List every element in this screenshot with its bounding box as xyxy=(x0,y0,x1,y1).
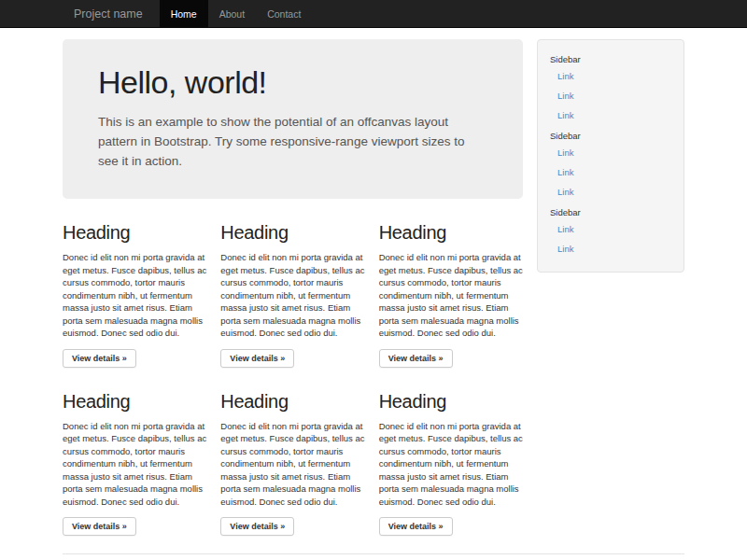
card-heading: Heading xyxy=(220,391,364,413)
sidebar-group-3: Sidebar Link Link xyxy=(550,207,671,259)
jumbotron: Hello, world! This is an example to show… xyxy=(63,39,523,199)
view-details-button[interactable]: View details » xyxy=(63,517,136,536)
navbar-container: Project name Home About Contact xyxy=(63,0,684,28)
navbar-brand[interactable]: Project name xyxy=(63,0,160,28)
cards-grid: Heading Donec id elit non mi porta gravi… xyxy=(63,199,523,536)
view-details-button[interactable]: View details » xyxy=(379,349,453,368)
card-5: Heading Donec id elit non mi porta gravi… xyxy=(220,368,364,537)
card-body-text: Donec id elit non mi porta gravida at eg… xyxy=(220,420,364,509)
sidebar-link[interactable]: Link xyxy=(550,219,671,239)
card-heading: Heading xyxy=(379,222,523,244)
sidebar-heading: Sidebar xyxy=(550,54,671,65)
card-body-text: Donec id elit non mi porta gravida at eg… xyxy=(63,251,206,340)
nav-item-about[interactable]: About xyxy=(208,0,256,28)
page-title: Hello, world! xyxy=(98,64,487,101)
sidebar: Sidebar Link Link Link Sidebar Link Link… xyxy=(537,39,684,273)
main-column: Hello, world! This is an example to show… xyxy=(63,39,523,536)
sidebar-heading: Sidebar xyxy=(550,207,671,218)
navbar: Project name Home About Contact xyxy=(0,0,747,28)
content-row: Hello, world! This is an example to show… xyxy=(63,39,684,536)
sidebar-heading: Sidebar xyxy=(550,131,671,142)
card-heading: Heading xyxy=(63,391,206,413)
card-body-text: Donec id elit non mi porta gravida at eg… xyxy=(63,420,206,509)
sidebar-group-1: Sidebar Link Link Link xyxy=(550,54,671,125)
nav-item-contact[interactable]: Contact xyxy=(256,0,312,28)
navbar-links: Home About Contact xyxy=(160,0,313,28)
sidebar-link[interactable]: Link xyxy=(550,239,671,259)
sidebar-column: Sidebar Link Link Link Sidebar Link Link… xyxy=(537,39,684,273)
view-details-button[interactable]: View details » xyxy=(220,349,294,368)
card-2: Heading Donec id elit non mi porta gravi… xyxy=(220,199,364,368)
card-3: Heading Donec id elit non mi porta gravi… xyxy=(379,199,523,368)
sidebar-link[interactable]: Link xyxy=(550,105,671,125)
sidebar-group-2: Sidebar Link Link Link xyxy=(550,131,671,202)
sidebar-link[interactable]: Link xyxy=(550,143,671,162)
card-body-text: Donec id elit non mi porta gravida at eg… xyxy=(379,420,523,509)
card-heading: Heading xyxy=(379,391,523,413)
card-6: Heading Donec id elit non mi porta gravi… xyxy=(379,368,523,537)
view-details-button[interactable]: View details » xyxy=(379,517,453,536)
sidebar-link[interactable]: Link xyxy=(550,162,671,182)
card-heading: Heading xyxy=(63,222,206,244)
nav-item-home[interactable]: Home xyxy=(160,0,208,28)
card-body-text: Donec id elit non mi porta gravida at eg… xyxy=(379,251,523,340)
view-details-button[interactable]: View details » xyxy=(63,349,136,368)
card-body-text: Donec id elit non mi porta gravida at eg… xyxy=(220,251,364,340)
jumbotron-text: This is an example to show the potential… xyxy=(98,112,487,171)
card-4: Heading Donec id elit non mi porta gravi… xyxy=(63,368,206,537)
sidebar-link[interactable]: Link xyxy=(550,86,671,105)
footer-divider xyxy=(63,553,684,554)
card-heading: Heading xyxy=(220,222,364,244)
page-container: Hello, world! This is an example to show… xyxy=(63,39,684,560)
sidebar-link[interactable]: Link xyxy=(550,182,671,202)
sidebar-link[interactable]: Link xyxy=(550,66,671,86)
view-details-button[interactable]: View details » xyxy=(220,517,294,536)
footer: © Company 2013 xyxy=(63,553,684,560)
card-1: Heading Donec id elit non mi porta gravi… xyxy=(63,199,206,368)
